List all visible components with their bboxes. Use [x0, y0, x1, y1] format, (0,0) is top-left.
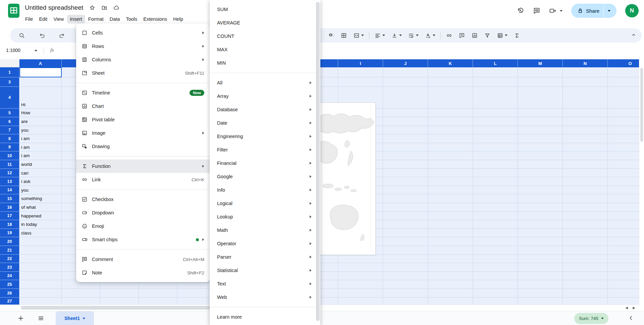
grid-cell[interactable]: [473, 272, 518, 280]
grid-cell[interactable]: [473, 237, 518, 246]
grid-cell[interactable]: [383, 194, 428, 203]
grid-cell[interactable]: [62, 298, 100, 305]
insert-menu-item-pivot-table[interactable]: Pivot table: [76, 113, 210, 126]
grid-cell[interactable]: [563, 134, 608, 143]
avatar[interactable]: N: [625, 4, 639, 17]
grid-cell[interactable]: [473, 117, 518, 126]
grid-cell[interactable]: [563, 220, 608, 229]
grid-cell[interactable]: [518, 151, 563, 160]
row-header-6[interactable]: 6: [0, 117, 19, 126]
menubar-data[interactable]: Data: [107, 15, 123, 23]
function-category-database[interactable]: Database: [210, 103, 320, 116]
grid-cell[interactable]: [473, 229, 518, 237]
grid-cell[interactable]: [608, 126, 639, 134]
grid-cell[interactable]: [383, 160, 428, 169]
grid-cell[interactable]: [563, 67, 608, 77]
row-header-27[interactable]: 27: [0, 298, 19, 305]
insert-menu-item-emoji[interactable]: Emoji: [76, 219, 210, 233]
grid-cell[interactable]: [518, 203, 563, 212]
fill-color-icon[interactable]: [325, 32, 337, 39]
cell-A3[interactable]: [19, 77, 62, 87]
grid-cell[interactable]: [473, 160, 518, 169]
column-header-l[interactable]: L: [473, 59, 518, 67]
row-header-20[interactable]: 20: [0, 237, 19, 246]
grid-cell[interactable]: [428, 117, 473, 126]
document-title[interactable]: Untitled spreadsheet: [25, 4, 83, 11]
row-header-24[interactable]: 24: [0, 272, 19, 280]
grid-cell[interactable]: [428, 194, 473, 203]
row-header-14[interactable]: 14: [0, 186, 19, 194]
function-category-financial[interactable]: Financial: [210, 156, 320, 170]
grid-cell[interactable]: [563, 151, 608, 160]
grid-cell[interactable]: [518, 186, 563, 194]
grid-cell[interactable]: [608, 255, 639, 263]
cell-A26[interactable]: [19, 289, 62, 298]
grid-cell[interactable]: [428, 160, 473, 169]
function-item-sum[interactable]: SUM: [210, 3, 320, 16]
grid-cell[interactable]: [608, 280, 639, 289]
insert-menu-item-sheet[interactable]: SheetShift+F11: [76, 66, 210, 80]
filter-icon[interactable]: [481, 32, 494, 39]
cell-A25[interactable]: [19, 280, 62, 289]
row-header-23[interactable]: 23: [0, 263, 19, 272]
grid-cell[interactable]: [139, 289, 177, 298]
row-header-13[interactable]: 13: [0, 177, 19, 186]
grid-cell[interactable]: [383, 126, 428, 134]
grid-cell[interactable]: [563, 143, 608, 151]
grid-cell[interactable]: [338, 77, 383, 87]
move-to-folder-icon[interactable]: [101, 5, 107, 11]
grid-cell[interactable]: [383, 87, 428, 109]
cell-A18[interactable]: in today: [19, 220, 62, 229]
insert-menu-item-link[interactable]: LinkCtrl+K: [76, 173, 210, 186]
row-header-3[interactable]: 3: [0, 77, 19, 87]
grid-cell[interactable]: [428, 109, 473, 117]
function-item-min[interactable]: MIN: [210, 56, 320, 70]
grid-cell[interactable]: [428, 212, 473, 220]
name-box[interactable]: 1:1000: [6, 48, 33, 53]
show-side-panel-icon[interactable]: [628, 315, 634, 322]
row-header-11[interactable]: 11: [0, 160, 19, 169]
function-category-math[interactable]: Math: [210, 223, 320, 237]
function-category-text[interactable]: Text: [210, 277, 320, 290]
grid-cell[interactable]: [473, 289, 518, 298]
grid-cell[interactable]: [428, 246, 473, 255]
column-header-n[interactable]: N: [563, 59, 608, 67]
grid-cell[interactable]: [608, 229, 639, 237]
menubar-help[interactable]: Help: [170, 15, 186, 23]
menubar-format[interactable]: Format: [85, 15, 107, 23]
grid-cell[interactable]: [383, 255, 428, 263]
insert-menu-item-smart-chips[interactable]: Smart chips: [76, 233, 210, 246]
row-header-7[interactable]: 7: [0, 126, 19, 134]
share-caret-icon[interactable]: [608, 10, 610, 12]
grid-cell[interactable]: [518, 212, 563, 220]
function-category-engineering[interactable]: Engineering: [210, 130, 320, 143]
grid-cell[interactable]: [563, 169, 608, 177]
row-header-21[interactable]: 21: [0, 246, 19, 255]
grid-cell[interactable]: [338, 67, 383, 77]
grid-cell[interactable]: [563, 272, 608, 280]
cell-A19[interactable]: class: [19, 229, 62, 237]
row-header-16[interactable]: 16: [0, 203, 19, 212]
function-item-average[interactable]: AVERAGE: [210, 16, 320, 29]
grid-cell[interactable]: [563, 263, 608, 272]
grid-cell[interactable]: [518, 280, 563, 289]
grid-cell[interactable]: [428, 203, 473, 212]
insert-menu-item-chart[interactable]: Chart: [76, 100, 210, 113]
grid-cell[interactable]: [563, 126, 608, 134]
menubar-extensions[interactable]: Extensions: [140, 15, 170, 23]
grid-cell[interactable]: [563, 229, 608, 237]
grid-cell[interactable]: [338, 272, 383, 280]
function-category-parser[interactable]: Parser: [210, 250, 320, 264]
wrap-icon[interactable]: [405, 32, 422, 39]
grid-cell[interactable]: [428, 229, 473, 237]
grid-cell[interactable]: [518, 298, 563, 305]
grid-cell[interactable]: [608, 117, 639, 126]
grid-cell[interactable]: [473, 263, 518, 272]
vertical-scrollbar-thumb[interactable]: [640, 68, 643, 142]
grid-cell[interactable]: [608, 143, 639, 151]
cell-A6[interactable]: are: [19, 117, 62, 126]
cell-A5[interactable]: How: [19, 109, 62, 117]
learn-more-link[interactable]: Learn more: [210, 310, 320, 324]
insert-menu-item-drawing[interactable]: Drawing: [76, 140, 210, 153]
grid-cell[interactable]: [518, 134, 563, 143]
